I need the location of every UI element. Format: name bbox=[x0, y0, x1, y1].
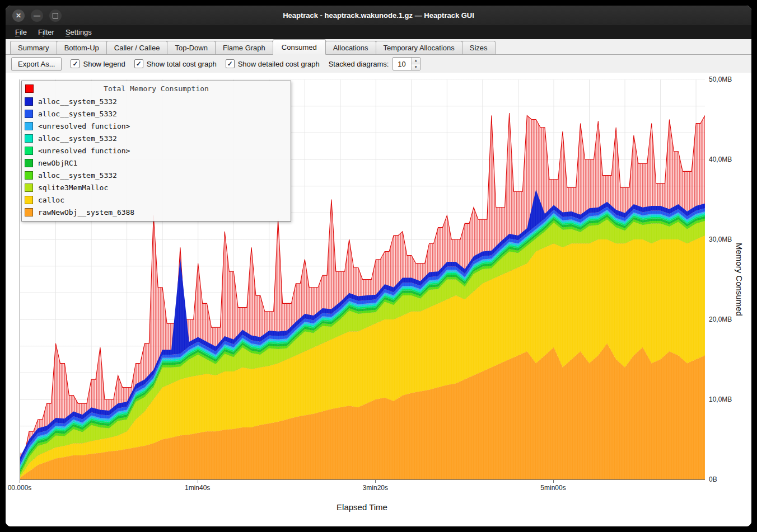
tab-bar: SummaryBottom-UpCaller / CalleeTop-DownF… bbox=[6, 39, 751, 55]
y-axis-tick-label: 30,0MB bbox=[709, 236, 732, 243]
legend-item: calloc bbox=[25, 194, 288, 206]
x-axis-tick-label: 3min20s bbox=[363, 484, 388, 492]
legend-label: rawNewObj__system_6388 bbox=[38, 208, 134, 216]
checkbox-show-total-cost-graph[interactable]: ✓Show total cost graph bbox=[134, 59, 217, 68]
tab-bottom-up[interactable]: Bottom-Up bbox=[57, 41, 107, 54]
minimize-icon: — bbox=[34, 12, 40, 19]
legend-swatch bbox=[25, 97, 33, 106]
x-axis-title: Elapsed Time bbox=[20, 502, 704, 512]
menu-filter[interactable]: Filter bbox=[33, 26, 59, 38]
legend-title-row: Total Memory Consumption bbox=[25, 83, 288, 95]
x-axis-tick-mark bbox=[198, 480, 198, 483]
legend-label: sqlite3MemMalloc bbox=[38, 183, 108, 192]
title-bar: ✕ — Heaptrack - heaptrack.wakunode.1.gz … bbox=[6, 6, 751, 25]
legend-item: sqlite3MemMalloc bbox=[25, 181, 288, 194]
tab-allocations[interactable]: Allocations bbox=[325, 41, 376, 54]
menu-settings[interactable]: Settings bbox=[60, 26, 97, 38]
legend-swatch bbox=[25, 134, 33, 143]
window-title: Heaptrack - heaptrack.wakunode.1.gz — He… bbox=[283, 11, 474, 20]
stacked-diagrams-value[interactable]: 10 bbox=[393, 58, 411, 70]
legend-title: Total Memory Consumption bbox=[25, 83, 288, 95]
legend-swatch bbox=[25, 183, 33, 192]
desktop: { "window": { "title": "Heaptrack - heap… bbox=[0, 0, 757, 532]
stacked-diagrams-spinner[interactable]: 10 ▲ ▼ bbox=[392, 57, 420, 70]
close-icon: ✕ bbox=[16, 12, 21, 19]
legend-swatch bbox=[25, 208, 33, 216]
x-axis-tick-mark bbox=[375, 480, 376, 483]
legend-item: newObjRC1 bbox=[25, 157, 288, 169]
tab-top-down[interactable]: Top-Down bbox=[167, 41, 216, 54]
y-axis-tick-label: 20,0MB bbox=[709, 316, 732, 323]
tab-summary[interactable]: Summary bbox=[10, 41, 57, 54]
x-axis-tick-mark bbox=[20, 480, 20, 483]
minimize-button[interactable]: — bbox=[31, 10, 43, 22]
spin-down-button[interactable]: ▼ bbox=[412, 64, 420, 70]
app-window: ✕ — Heaptrack - heaptrack.wakunode.1.gz … bbox=[6, 6, 751, 526]
y-axis-tick-label: 50,0MB bbox=[709, 76, 732, 83]
checkbox-show-detailed-cost-graph[interactable]: ✓Show detailed cost graph bbox=[226, 59, 320, 68]
legend-swatch bbox=[25, 110, 33, 118]
legend-label: alloc__system_5332 bbox=[38, 171, 117, 180]
legend-swatch-total bbox=[25, 84, 34, 93]
maximize-icon bbox=[53, 13, 58, 18]
checkbox-box-icon[interactable]: ✓ bbox=[226, 59, 235, 68]
x-axis-tick-label: 1min40s bbox=[185, 484, 210, 492]
legend-label: calloc bbox=[38, 196, 64, 204]
y-axis-tick-label: 0B bbox=[709, 475, 717, 483]
x-axis-tick-mark bbox=[553, 480, 554, 483]
checkbox-label: Show legend bbox=[83, 60, 125, 68]
toolbar: Export As... ✓Show legend✓Show total cos… bbox=[6, 55, 751, 73]
legend-item: alloc__system_5332 bbox=[25, 169, 288, 181]
legend-swatch bbox=[25, 122, 33, 130]
checkbox-label: Show detailed cost graph bbox=[238, 60, 320, 68]
legend-item: <unresolved function> bbox=[25, 144, 288, 157]
legend-label: alloc__system_5332 bbox=[38, 97, 117, 106]
legend-swatch bbox=[25, 196, 33, 204]
tab-caller-callee[interactable]: Caller / Callee bbox=[106, 41, 168, 54]
y-axis-title: Memory Consumed bbox=[732, 79, 746, 479]
legend-item: alloc__system_5332 bbox=[25, 107, 288, 120]
checkbox-label: Show total cost graph bbox=[147, 60, 217, 68]
window-controls: ✕ — bbox=[12, 6, 62, 25]
stacked-diagrams-control: Stacked diagrams: 10 ▲ ▼ bbox=[329, 57, 421, 70]
chart-legend: Total Memory Consumptionalloc__system_53… bbox=[21, 81, 291, 222]
maximize-button[interactable] bbox=[49, 10, 62, 22]
close-button[interactable]: ✕ bbox=[12, 10, 25, 22]
legend-label: <unresolved function> bbox=[38, 122, 130, 130]
legend-swatch bbox=[25, 147, 33, 155]
legend-swatch bbox=[25, 171, 33, 180]
legend-label: alloc__system_5332 bbox=[38, 110, 117, 118]
checkbox-box-icon[interactable]: ✓ bbox=[71, 59, 80, 68]
legend-label: newObjRC1 bbox=[38, 159, 77, 167]
tab-flame-graph[interactable]: Flame Graph bbox=[215, 41, 273, 54]
export-as-button[interactable]: Export As... bbox=[11, 57, 62, 71]
checkbox-box-icon[interactable]: ✓ bbox=[134, 59, 143, 68]
legend-item: alloc__system_5332 bbox=[25, 95, 288, 107]
y-axis-tick-label: 10,0MB bbox=[709, 396, 732, 403]
menu-bar: FileFilterSettings bbox=[6, 25, 751, 39]
legend-item: rawNewObj__system_6388 bbox=[25, 206, 288, 218]
tab-sizes[interactable]: Sizes bbox=[462, 41, 496, 54]
x-axis-tick-label: 5min00s bbox=[540, 484, 566, 492]
legend-label: alloc__system_5332 bbox=[38, 134, 117, 143]
stacked-diagrams-label: Stacked diagrams: bbox=[329, 60, 389, 68]
tab-consumed[interactable]: Consumed bbox=[273, 39, 326, 55]
legend-item: <unresolved function> bbox=[25, 120, 288, 132]
legend-item: alloc__system_5332 bbox=[25, 132, 288, 144]
legend-swatch bbox=[25, 159, 33, 167]
menu-file[interactable]: File bbox=[10, 26, 32, 38]
spin-up-button[interactable]: ▲ bbox=[412, 58, 420, 64]
spinner-arrows: ▲ ▼ bbox=[411, 58, 420, 70]
legend-label: <unresolved function> bbox=[38, 147, 130, 155]
checkbox-show-legend[interactable]: ✓Show legend bbox=[71, 59, 125, 68]
toolbar-checkboxes: ✓Show legend✓Show total cost graph✓Show … bbox=[71, 59, 319, 68]
chart-region: Total Memory Consumptionalloc__system_53… bbox=[6, 73, 751, 526]
y-axis-tick-label: 40,0MB bbox=[709, 156, 732, 163]
x-axis-tick-label: 00.000s bbox=[8, 484, 32, 492]
tab-temporary-allocations[interactable]: Temporary Allocations bbox=[376, 41, 462, 54]
